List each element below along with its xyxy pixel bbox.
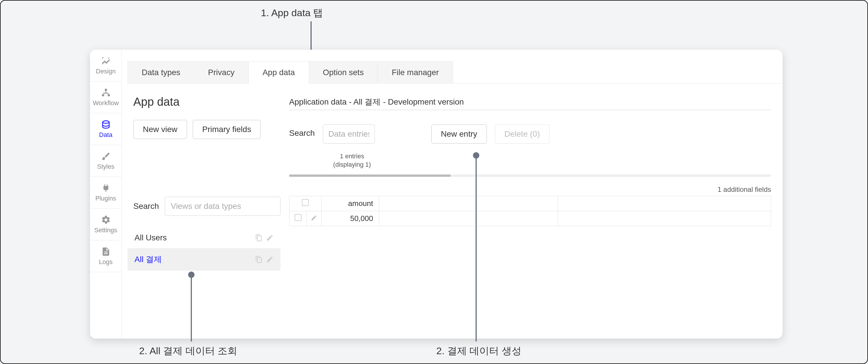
entries-search-label: Search (289, 124, 315, 138)
new-view-button[interactable]: New view (133, 120, 187, 139)
edit-icon[interactable] (266, 256, 274, 263)
row-edit-cell (307, 211, 321, 226)
header-empty-2 (558, 196, 771, 211)
sidebar-item-logs[interactable]: Logs (90, 240, 122, 272)
annotation-top-label: 1. App data 탭 (261, 6, 323, 20)
content: App data New view Primary fields Search … (122, 84, 783, 339)
view-label: All Users (134, 233, 167, 242)
sidebar-label: Workflow (93, 100, 119, 107)
tabs-bar: Data types Privacy App data Option sets … (122, 50, 783, 84)
sidebar-label: Plugins (95, 195, 116, 202)
primary-fields-button[interactable]: Primary fields (193, 120, 261, 139)
header-amount[interactable]: amount (321, 196, 379, 211)
settings-icon (101, 215, 111, 225)
workflow-icon (101, 88, 111, 97)
delete-button[interactable]: Delete (0) (495, 124, 550, 144)
sidebar-item-data[interactable]: Data (90, 113, 122, 145)
entries-search-input[interactable] (323, 124, 375, 144)
entries-info: 1 entries (displaying 1) (326, 152, 378, 169)
main-area: Data types Privacy App data Option sets … (122, 50, 783, 339)
annotation-left-line (191, 275, 192, 341)
header-empty-1 (379, 196, 558, 211)
row-checkbox-cell (289, 211, 307, 226)
table-header-row: amount (289, 196, 771, 211)
view-item-all-payment[interactable]: All 결제 (128, 248, 280, 271)
data-table: amount 50,000 (289, 196, 771, 226)
cell-amount: 50,000 (321, 211, 379, 226)
horizontal-scrollbar-thumb[interactable] (289, 174, 451, 177)
copy-icon[interactable] (255, 256, 262, 263)
divider (289, 110, 771, 110)
sidebar-label: Design (96, 67, 116, 75)
left-panel: App data New view Primary fields Search … (128, 89, 289, 333)
edit-icon[interactable] (311, 215, 317, 221)
new-entry-button[interactable]: New entry (431, 124, 487, 144)
sidebar-item-design[interactable]: Design (90, 50, 122, 81)
styles-icon (101, 151, 111, 161)
annotation-right-label: 2. 결제 데이터 생성 (436, 344, 521, 358)
tabs-spacer (453, 61, 783, 84)
data-title: Application data - All 결제 - Development … (289, 96, 771, 108)
table-row[interactable]: 50,000 (289, 211, 771, 226)
sidebar-label: Logs (99, 258, 113, 266)
app-window: Design Workflow Data Styles Plugins Sett… (90, 50, 783, 339)
horizontal-scrollbar-track[interactable] (289, 174, 771, 177)
views-search-label: Search (133, 202, 159, 211)
cell-empty-1 (379, 211, 558, 226)
select-all-checkbox[interactable] (302, 199, 309, 206)
design-icon (101, 56, 111, 66)
tab-file-manager[interactable]: File manager (378, 61, 453, 84)
view-item-all-users[interactable]: All Users (128, 227, 280, 248)
page-title: App data (133, 95, 280, 108)
right-panel: Application data - All 결제 - Development … (289, 89, 771, 333)
tab-privacy[interactable]: Privacy (194, 61, 249, 84)
view-label: All 결제 (134, 254, 162, 265)
plugins-icon (101, 183, 111, 193)
sidebar-label: Styles (97, 163, 115, 170)
copy-icon[interactable] (255, 234, 262, 242)
sidebar-item-plugins[interactable]: Plugins (90, 177, 122, 208)
sidebar-item-settings[interactable]: Settings (90, 208, 122, 240)
sidebar-item-styles[interactable]: Styles (90, 145, 122, 177)
logs-icon (101, 247, 111, 256)
annotation-right-line (475, 157, 477, 341)
tab-option-sets[interactable]: Option sets (309, 61, 378, 84)
data-icon (101, 120, 111, 130)
header-checkbox-cell (289, 196, 321, 211)
sidebar-label: Settings (94, 226, 118, 234)
annotation-left-label: 2. All 결제 데이터 조회 (139, 344, 237, 358)
sidebar: Design Workflow Data Styles Plugins Sett… (90, 50, 122, 339)
additional-fields-label: 1 additional fields (289, 186, 771, 194)
sidebar-label: Data (99, 131, 112, 139)
edit-icon[interactable] (266, 234, 274, 242)
row-checkbox[interactable] (294, 214, 302, 221)
views-search-input[interactable] (165, 197, 280, 216)
tab-data-types[interactable]: Data types (128, 61, 194, 84)
sidebar-item-workflow[interactable]: Workflow (90, 81, 122, 113)
cell-empty-2 (558, 211, 771, 226)
tab-app-data[interactable]: App data (249, 61, 309, 84)
